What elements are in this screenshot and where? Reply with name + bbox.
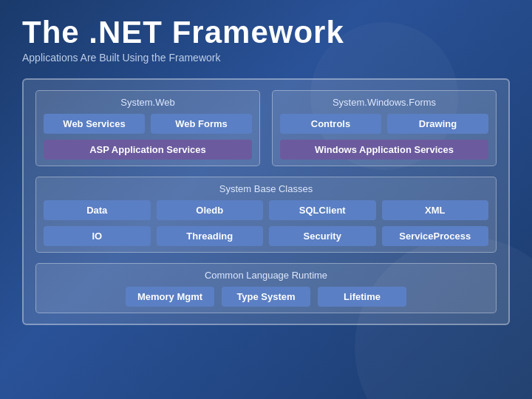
controls-cell: Controls bbox=[280, 114, 381, 134]
web-services-cell: Web Services bbox=[44, 114, 145, 134]
clr-box: Common Language Runtime Memory Mgmt Type… bbox=[35, 263, 497, 313]
base-classes-grid: Data Oledb SQLClient XML IO Threading Se… bbox=[44, 200, 488, 246]
system-windows-box: System.Windows.Forms Controls Drawing Wi… bbox=[272, 90, 497, 166]
memory-mgmt-cell: Memory Mgmt bbox=[126, 287, 214, 307]
oledb-cell: Oledb bbox=[157, 200, 264, 220]
serviceprocess-cell: ServiceProcess bbox=[382, 226, 489, 246]
data-cell: Data bbox=[44, 200, 151, 220]
asp-app-services-cell: ASP Application Services bbox=[44, 140, 252, 160]
web-forms-cell: Web Forms bbox=[151, 114, 252, 134]
type-system-cell: Type System bbox=[222, 287, 310, 307]
system-web-cells: Web Services Web Forms bbox=[44, 114, 252, 134]
windows-app-services-cell: Windows Application Services bbox=[280, 140, 488, 160]
system-windows-title: System.Windows.Forms bbox=[280, 97, 488, 108]
threading-cell: Threading bbox=[157, 226, 264, 246]
security-cell: Security bbox=[269, 226, 376, 246]
system-web-box: System.Web Web Services Web Forms ASP Ap… bbox=[35, 90, 260, 166]
outer-box: System.Web Web Services Web Forms ASP Ap… bbox=[22, 78, 510, 325]
main-title: The .NET Framework bbox=[22, 15, 510, 50]
subtitle: Applications Are Built Using the Framewo… bbox=[22, 52, 510, 64]
xml-cell: XML bbox=[382, 200, 489, 220]
system-web-title: System.Web bbox=[44, 97, 252, 108]
clr-cells: Memory Mgmt Type System Lifetime bbox=[44, 287, 488, 307]
lifetime-cell: Lifetime bbox=[318, 287, 406, 307]
drawing-cell: Drawing bbox=[387, 114, 488, 134]
page-wrapper: The .NET Framework Applications Are Buil… bbox=[0, 0, 532, 340]
base-classes-title: System Base Classes bbox=[44, 183, 488, 194]
sqlclient-cell: SQLClient bbox=[269, 200, 376, 220]
top-row: System.Web Web Services Web Forms ASP Ap… bbox=[35, 90, 497, 166]
io-cell: IO bbox=[44, 226, 151, 246]
clr-title: Common Language Runtime bbox=[44, 270, 488, 281]
base-classes-box: System Base Classes Data Oledb SQLClient… bbox=[35, 177, 497, 253]
system-windows-cells: Controls Drawing bbox=[280, 114, 488, 134]
